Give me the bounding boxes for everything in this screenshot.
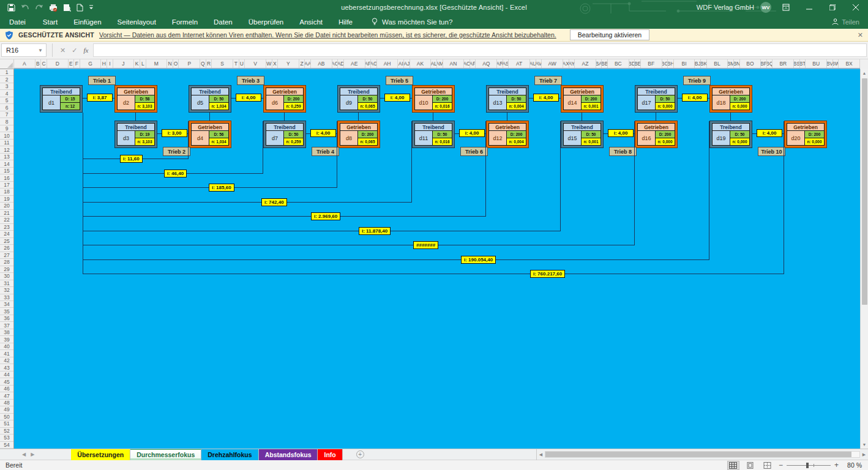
sheet-tab-drehzahlfokus[interactable]: Drehzahlfokus — [201, 449, 258, 460]
column-header-U[interactable]: U — [239, 59, 245, 68]
gear-box-d5[interactable]: Treibend d5 D: 50 n: 1,034 — [189, 85, 231, 113]
ribbon-tab-seitenlayout[interactable]: Seitenlayout — [110, 16, 164, 28]
column-header-F[interactable]: F — [74, 59, 80, 68]
row-header-4[interactable]: 4 — [0, 90, 13, 97]
column-header-AU[interactable]: AU — [530, 59, 536, 68]
column-header-Q[interactable]: Q — [200, 59, 206, 68]
column-header-AK[interactable]: AK — [410, 59, 432, 68]
column-header-AG[interactable]: AG — [371, 59, 377, 68]
trieb-label-6[interactable]: Trieb 6 — [460, 147, 488, 156]
row-header-50[interactable]: 50 — [0, 414, 13, 420]
row-header-17[interactable]: 17 — [0, 182, 13, 188]
column-header-AT[interactable]: AT — [509, 59, 530, 68]
row-header-33[interactable]: 33 — [0, 294, 13, 301]
column-header-BS[interactable]: BS — [794, 59, 800, 68]
row-header-11[interactable]: 11 — [0, 140, 13, 146]
row-header-2[interactable]: 2 — [0, 76, 13, 83]
row-header-48[interactable]: 48 — [0, 400, 13, 406]
column-header-AV[interactable]: AV — [536, 59, 542, 68]
account-name[interactable]: WDF Verlag GmbH — [697, 4, 754, 11]
column-header-BF[interactable]: BF — [641, 59, 662, 68]
column-header-AX[interactable]: AX — [563, 59, 569, 68]
name-box[interactable]: R16 ▼ — [1, 43, 47, 57]
column-header-D[interactable]: D — [47, 59, 69, 68]
column-header-AY[interactable]: AY — [569, 59, 575, 68]
column-header-AD[interactable]: AD — [338, 59, 344, 68]
column-header-E[interactable]: E — [69, 59, 75, 68]
column-header-BC[interactable]: BC — [608, 59, 629, 68]
add-sheet-button[interactable]: + — [356, 450, 364, 458]
trieb-label-10[interactable]: Trieb 10 — [758, 147, 785, 156]
redo-icon[interactable] — [35, 4, 43, 11]
column-header-BN[interactable]: BN — [734, 59, 740, 68]
gear-box-d8[interactable]: Getrieben d8 D: 200 n: 0,065 — [337, 121, 380, 148]
column-header-S[interactable]: S — [212, 59, 233, 68]
column-header-P[interactable]: P — [179, 59, 200, 68]
trieb-label-9[interactable]: Trieb 9 — [683, 76, 711, 85]
row-header-38[interactable]: 38 — [0, 329, 13, 336]
column-header-BQ[interactable]: BQ — [767, 59, 773, 68]
tell-me-search[interactable]: Was möchten Sie tun? — [372, 18, 452, 26]
gear-box-d19[interactable]: Treibend d19 D: 50 n: 0,000 — [709, 121, 752, 148]
column-header-AN[interactable]: AN — [443, 59, 465, 68]
ribbon-display-options-icon[interactable] — [777, 0, 795, 15]
column-header-V[interactable]: V — [245, 59, 266, 68]
v-scroll-down-arrow[interactable]: ▼ — [861, 441, 868, 449]
column-header-BG[interactable]: BG — [662, 59, 668, 68]
column-header-BE[interactable]: BE — [635, 59, 641, 68]
row-header-21[interactable]: 21 — [0, 210, 13, 217]
column-header-AC[interactable]: AC — [332, 59, 339, 68]
gear-box-d7[interactable]: Treibend d7 D: 50 n: 0,259 — [263, 121, 306, 148]
column-header-BM[interactable]: BM — [728, 59, 734, 68]
minimize-button[interactable] — [801, 0, 818, 15]
avatar[interactable]: WV — [760, 2, 771, 13]
row-header-46[interactable]: 46 — [0, 386, 13, 392]
row-header-29[interactable]: 29 — [0, 266, 13, 273]
normal-view-icon[interactable] — [727, 461, 739, 470]
row-header-18[interactable]: 18 — [0, 188, 13, 195]
row-header-16[interactable]: 16 — [0, 174, 13, 181]
gear-box-d9[interactable]: Treibend d9 D: 50 n: 0,065 — [337, 85, 380, 113]
row-header-23[interactable]: 23 — [0, 224, 13, 231]
column-header-T[interactable]: T — [233, 59, 239, 68]
row-header-52[interactable]: 52 — [0, 428, 13, 435]
row-header-26[interactable]: 26 — [0, 245, 13, 252]
row-header-31[interactable]: 31 — [0, 280, 13, 287]
zoom-slider[interactable] — [787, 465, 831, 466]
gear-box-d12[interactable]: Getrieben d12 D: 200 n: 0,004 — [486, 121, 529, 148]
column-header-AO[interactable]: AO — [464, 59, 470, 68]
gear-box-d11[interactable]: Treibend d11 D: 50 n: 0,016 — [412, 121, 455, 148]
row-header-7[interactable]: 7 — [0, 111, 13, 118]
trieb-label-4[interactable]: Trieb 4 — [312, 147, 339, 156]
column-header-Z[interactable]: Z — [299, 59, 305, 68]
gear-box-d1[interactable]: Treibend d1 D: 15 n: 12 — [40, 85, 83, 113]
row-header-15[interactable]: 15 — [0, 168, 13, 174]
gear-box-d14[interactable]: Getrieben d14 D: 200 n: 0,001 — [561, 85, 604, 113]
column-header-AH[interactable]: AH — [377, 59, 398, 68]
row-header-37[interactable]: 37 — [0, 322, 13, 329]
gear-box-d18[interactable]: Getrieben d18 D: 200 n: 0,000 — [709, 85, 752, 113]
row-header-40[interactable]: 40 — [0, 343, 13, 350]
gear-box-d6[interactable]: Getrieben d6 D: 200 n: 0,259 — [263, 85, 306, 113]
zoom-out-button[interactable]: − — [779, 461, 783, 469]
zoom-level[interactable]: 80 % — [844, 461, 862, 469]
column-header-BU[interactable]: BU — [806, 59, 827, 68]
row-header-9[interactable]: 9 — [0, 125, 13, 132]
trieb-label-3[interactable]: Trieb 3 — [237, 76, 264, 85]
name-box-dropdown-icon[interactable]: ▼ — [38, 48, 46, 53]
horizontal-scrollbar[interactable]: ◀ ▶ — [536, 449, 868, 460]
v-scroll-up-arrow[interactable]: ▲ — [861, 69, 868, 77]
gear-box-d4[interactable]: Getrieben d4 D: 56 n: 1,034 — [189, 121, 231, 148]
row-header-24[interactable]: 24 — [0, 231, 13, 237]
column-header-BH[interactable]: BH — [668, 59, 674, 68]
confirm-entry-icon[interactable]: ✓ — [72, 47, 77, 54]
trieb-label-8[interactable]: Trieb 8 — [609, 147, 637, 156]
row-header-42[interactable]: 42 — [0, 357, 13, 364]
column-header-BO[interactable]: BO — [740, 59, 761, 68]
row-header-22[interactable]: 22 — [0, 217, 13, 223]
column-header-BP[interactable]: BP — [761, 59, 767, 68]
enable-editing-button[interactable]: Bearbeitung aktivieren — [570, 29, 649, 40]
column-header-I[interactable]: I — [107, 59, 113, 68]
ribbon-tab-überprüfen[interactable]: Überprüfen — [241, 16, 292, 28]
select-all-corner[interactable] — [0, 59, 14, 69]
